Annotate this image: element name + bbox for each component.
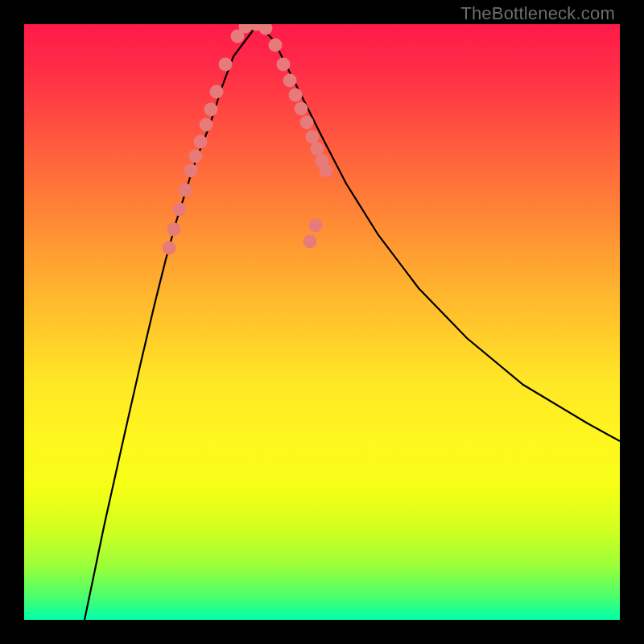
chart-svg [24, 24, 620, 620]
chart-container: TheBottleneck.com [0, 0, 644, 644]
data-point [309, 219, 323, 233]
data-point [295, 102, 308, 116]
data-point [167, 223, 181, 237]
data-point [306, 130, 320, 144]
data-point [179, 184, 192, 197]
data-point [269, 39, 283, 52]
bottleneck-curve [85, 24, 620, 620]
data-point [259, 24, 273, 35]
data-point [320, 164, 333, 178]
data-point [210, 85, 224, 99]
data-point [277, 58, 291, 72]
data-point [194, 135, 208, 149]
data-dots [163, 24, 333, 255]
data-point [204, 103, 218, 117]
plot-area [24, 24, 620, 620]
data-point [200, 118, 213, 132]
data-point [219, 58, 233, 72]
watermark-text: TheBottleneck.com [460, 3, 615, 24]
data-point [300, 116, 314, 130]
data-point [189, 150, 203, 163]
data-point [303, 235, 317, 249]
data-point [173, 203, 187, 217]
data-point [311, 142, 324, 156]
data-point [289, 89, 303, 102]
data-point [184, 164, 198, 178]
data-point [163, 242, 176, 255]
data-point [283, 74, 297, 88]
